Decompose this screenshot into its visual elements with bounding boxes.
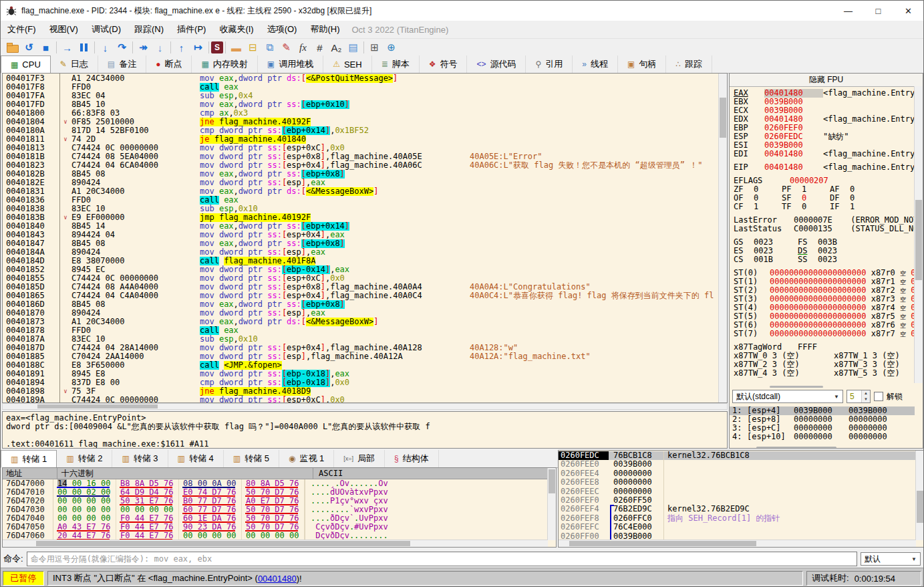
disasm-row[interactable]: 0040184A890424mov dword ptr ss:[esp],eax bbox=[3, 248, 719, 257]
stack-hscrollbar[interactable] bbox=[559, 540, 916, 547]
stack-row[interactable]: 0260FEEC00000000 bbox=[559, 487, 916, 496]
tab-handles[interactable]: ▣句柄 bbox=[618, 55, 666, 73]
menu-item[interactable]: 收藏夹(I) bbox=[212, 23, 260, 35]
arrow-down-icon[interactable]: ▼ bbox=[862, 396, 870, 402]
command-input[interactable] bbox=[27, 552, 857, 566]
menu-item[interactable]: 文件(F) bbox=[1, 23, 43, 35]
disasm-row[interactable]: 0040183B∨E9 EF000000jmp flag_machine.401… bbox=[3, 213, 719, 222]
splitter-handle[interactable] bbox=[770, 386, 823, 388]
tab-memory-map[interactable]: ▦内存映射 bbox=[192, 55, 257, 73]
memory-hash-icon[interactable]: # bbox=[311, 40, 328, 55]
stack-row[interactable]: 0260FEF476B2ED9Ckernel32.76B2ED9C bbox=[559, 505, 916, 513]
scylla-icon[interactable]: S bbox=[211, 41, 223, 53]
disasm-row[interactable]: 00401878FFD0call eax bbox=[3, 326, 719, 335]
internet-globe-icon[interactable]: ⊕ bbox=[383, 40, 400, 55]
calculator-icon[interactable]: ⊞ bbox=[366, 40, 383, 55]
tab-cpu[interactable]: ▦CPU bbox=[1, 55, 51, 74]
menu-item[interactable]: 跟踪(N) bbox=[128, 23, 170, 35]
disasm-row[interactable]: 004018528945 ECmov dword ptr ss:[ebp-0x1… bbox=[3, 265, 719, 274]
restart-icon[interactable]: ↺ bbox=[21, 40, 37, 55]
tab-dump-3[interactable]: ▥转储 3 bbox=[112, 450, 168, 467]
scroll-thumb[interactable] bbox=[917, 491, 923, 523]
stack-row[interactable]: 0260FEF80260FFC0指向 SEH_Record[1] 的指针 bbox=[559, 514, 916, 523]
open-file-icon[interactable] bbox=[4, 40, 21, 55]
disasm-row[interactable]: 0040182B8B45 08mov eax,dword ptr ss:[ebp… bbox=[3, 170, 719, 179]
registers-pane[interactable]: 隐藏 FPU EAX00401480<flag_machine.EntryPoi… bbox=[729, 73, 923, 449]
tab-dump-5[interactable]: ▥转储 5 bbox=[224, 450, 279, 467]
disasm-row[interactable]: 0040180066:83F8 03cmp ax,0x3 bbox=[3, 109, 719, 118]
disasm-row[interactable]: 0040187DC74424 04 28A14000mov dword ptr … bbox=[3, 344, 719, 352]
menu-item[interactable]: 插件(P) bbox=[170, 23, 212, 35]
font-size-icon[interactable]: A₂ bbox=[328, 40, 345, 55]
disasm-row[interactable]: 00401813C74424 0C 00000000mov dword ptr … bbox=[3, 144, 719, 152]
stepper-arrows[interactable]: ▲▼ bbox=[861, 390, 870, 402]
disasm-row[interactable]: 0040187A83EC 10sub esp,0x10 bbox=[3, 335, 719, 344]
disasm-row[interactable]: 00401855C74424 0C 00000000mov dword ptr … bbox=[3, 274, 719, 283]
tab-dump-2[interactable]: ▥转储 2 bbox=[57, 450, 112, 467]
scroll-thumb[interactable] bbox=[36, 541, 410, 546]
stack-row[interactable]: 0260FEDC76BCB1C8kernel32.76BCB1C8 bbox=[559, 451, 916, 460]
disasm-row[interactable]: 004017FA83EC 04sub esp,0x4 bbox=[3, 92, 719, 100]
functions-icon[interactable]: fx bbox=[295, 40, 311, 55]
disasm-row[interactable]: 00401843894424 04mov dword ptr ss:[esp+0… bbox=[3, 231, 719, 239]
stack-row[interactable]: 0260FEE800000000 bbox=[559, 478, 916, 487]
disasm-row[interactable]: 00401836FFD0call eax bbox=[3, 196, 719, 205]
disasm-row[interactable]: 004018408B45 14mov eax,dword ptr ss:[ebp… bbox=[3, 222, 719, 231]
disasm-row[interactable]: 004017F3A1 24C34000mov eax,dword ptr ds:… bbox=[3, 74, 719, 83]
tab-locals[interactable]: [x=]局部 bbox=[334, 450, 385, 467]
tab-source[interactable]: <>源代码 bbox=[467, 55, 526, 73]
patches-icon[interactable]: ▬ bbox=[228, 40, 245, 55]
trace-over-icon[interactable]: ↓ bbox=[152, 40, 168, 55]
device-icon[interactable]: ▤ bbox=[345, 40, 361, 55]
disasm-row[interactable]: 00401823C74424 04 6CA04000mov dword ptr … bbox=[3, 161, 719, 170]
disasm-row[interactable]: 0040185DC74424 08 A4A04000mov dword ptr … bbox=[3, 283, 719, 291]
disasm-row[interactable]: 00401885C70424 2AA14000mov dword ptr ss:… bbox=[3, 352, 719, 361]
tab-dump-4[interactable]: ▥转储 4 bbox=[168, 450, 224, 467]
tab-seh[interactable]: ⚠SEH bbox=[323, 55, 372, 73]
disasm-row[interactable]: 00401811∨74 2Dje flag_machine.401840 bbox=[3, 135, 719, 144]
disasm-row[interactable]: 00401894837D E8 00cmp dword ptr ss:[ebp-… bbox=[3, 378, 719, 387]
disasm-row[interactable]: 004018918945 E8mov dword ptr ss:[ebp-0x1… bbox=[3, 370, 719, 378]
dump-vscrollbar[interactable] bbox=[547, 468, 556, 540]
tab-dump-1[interactable]: ▥转储 1 bbox=[1, 450, 57, 468]
labels-icon[interactable]: ⧉ bbox=[261, 40, 278, 55]
execute-till-return-icon[interactable]: ↑ bbox=[173, 40, 190, 55]
tab-watch-1[interactable]: ◉监视 1 bbox=[279, 450, 334, 467]
tab-symbols[interactable]: ❖符号 bbox=[420, 55, 468, 73]
stack-vscrollbar[interactable] bbox=[915, 451, 924, 540]
stack-row[interactable]: 0260FEE400000000 bbox=[559, 469, 916, 478]
close-button[interactable]: ✕ bbox=[893, 1, 923, 21]
tab-call-stack[interactable]: ▣调用堆栈 bbox=[258, 55, 323, 73]
minimize-button[interactable]: — bbox=[833, 1, 863, 21]
scroll-thumb[interactable] bbox=[720, 98, 726, 138]
disassembly-vscrollbar[interactable] bbox=[718, 74, 727, 402]
step-over-icon[interactable]: ↷ bbox=[114, 40, 130, 55]
disasm-row[interactable]: 004017FD8B45 10mov eax,dword ptr ss:[ebp… bbox=[3, 100, 719, 109]
disasm-row[interactable]: 00401804∨0F85 25010000jne flag_machine.4… bbox=[3, 118, 719, 126]
tab-notes[interactable]: ▤备注 bbox=[98, 55, 146, 73]
disasm-row[interactable]: 00401898∨75 3Fjne flag_machine.4018D9 bbox=[3, 387, 719, 396]
disasm-row[interactable]: 0040182E890424mov dword ptr ss:[esp],eax bbox=[3, 179, 719, 187]
stack-row[interactable]: 0260FEF00260FF50 bbox=[559, 496, 916, 505]
tab-script[interactable]: ≣脚本 bbox=[372, 55, 420, 73]
disasm-row[interactable]: 00401870890424mov dword ptr ss:[esp],eax bbox=[3, 309, 719, 318]
tab-threads[interactable]: »线程 bbox=[573, 55, 618, 73]
menu-item[interactable]: 调试(D) bbox=[85, 23, 128, 35]
disasm-row[interactable]: 0040184DE8 38070000call flag_machine.401… bbox=[3, 257, 719, 265]
stack-row[interactable]: 0260FEFC76C4E000 bbox=[559, 523, 916, 532]
scroll-thumb[interactable] bbox=[569, 541, 756, 546]
pause-icon[interactable] bbox=[75, 40, 92, 55]
dump-hscrollbar[interactable] bbox=[3, 540, 548, 547]
dump-pane[interactable]: 地址 十六进制 ASCII 76D4700014 00 16 00B8 8A D… bbox=[2, 467, 557, 548]
disasm-row[interactable]: 0040181BC74424 08 5EA04000mov dword ptr … bbox=[3, 152, 719, 161]
tab-breakpoints[interactable]: ●断点 bbox=[146, 55, 192, 73]
hide-fpu-button[interactable]: 隐藏 FPU bbox=[730, 74, 923, 87]
arrow-up-icon[interactable]: ▲ bbox=[862, 390, 870, 396]
step-into-icon[interactable]: ↓ bbox=[97, 40, 114, 55]
disassembly-pane[interactable]: 004017F3A1 24C34000mov eax,dword ptr ds:… bbox=[2, 73, 728, 403]
run-icon[interactable]: → bbox=[59, 40, 75, 55]
disasm-row[interactable]: 004018478B45 08mov eax,dword ptr ss:[ebp… bbox=[3, 239, 719, 248]
scroll-thumb[interactable] bbox=[37, 404, 158, 408]
tab-struct[interactable]: §结构体 bbox=[385, 450, 439, 467]
disassembly-hscrollbar[interactable] bbox=[2, 403, 728, 410]
